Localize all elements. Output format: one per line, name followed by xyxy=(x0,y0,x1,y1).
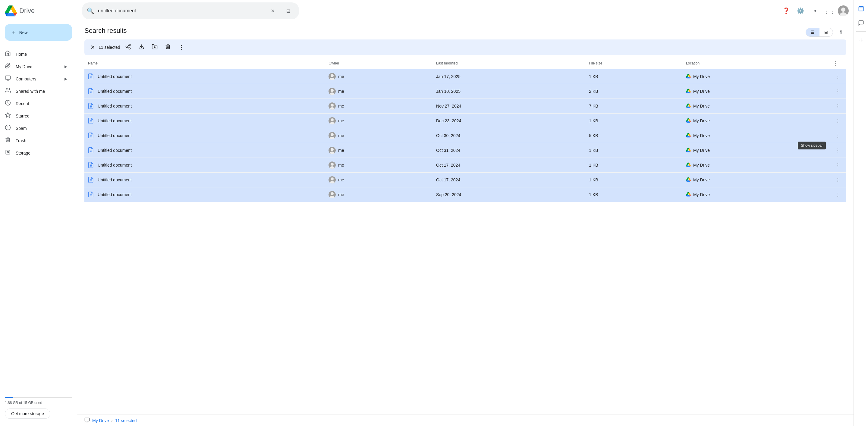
row-more-button[interactable]: ⋮ xyxy=(833,190,843,199)
table-row[interactable]: Untitled document me Oct 31, 2024 1 KB M… xyxy=(84,143,846,158)
sidebar-item-label-trash: Trash xyxy=(16,138,26,143)
grid-view-button[interactable]: ⊞ xyxy=(819,28,833,36)
cell-file-size: 1 KB xyxy=(585,69,682,84)
sidebar-item-label-home: Home xyxy=(16,52,27,57)
row-more-button[interactable]: ⋮ xyxy=(833,101,843,111)
cell-more: ⋮ xyxy=(830,158,846,173)
col-location: Location xyxy=(682,58,830,69)
sidebar-item-spam[interactable]: Spam xyxy=(0,122,72,134)
sidebar-item-label-recent: Recent xyxy=(16,101,29,106)
svg-marker-5 xyxy=(5,113,10,118)
row-more-button[interactable]: ⋮ xyxy=(833,131,843,140)
get-more-storage-button[interactable]: Get more storage xyxy=(5,408,50,419)
cell-owner: me xyxy=(325,158,433,173)
apps-button[interactable]: ⋮⋮ xyxy=(824,5,835,17)
location-drive-icon xyxy=(686,162,691,168)
move-action-button[interactable] xyxy=(149,42,160,53)
table-row[interactable]: Untitled document me Oct 30, 2024 5 KB M… xyxy=(84,128,846,143)
sidebar-item-computers[interactable]: Computers ▶ xyxy=(0,73,72,85)
cell-name: Untitled document xyxy=(84,113,325,128)
sidebar-item-starred[interactable]: Starred xyxy=(0,110,72,122)
sidebar-item-storage[interactable]: Storage xyxy=(0,147,72,159)
cell-name: Untitled document xyxy=(84,143,325,158)
help-button[interactable]: ❓ xyxy=(780,5,792,17)
new-button[interactable]: + New xyxy=(5,24,72,41)
doc-icon xyxy=(88,88,94,95)
header: 🔍 ✕ ⊟ ❓ ⚙️ ✦ ⋮⋮ xyxy=(77,0,854,22)
row-more-button[interactable]: ⋮ xyxy=(833,116,843,126)
search-clear-button[interactable]: ✕ xyxy=(267,5,278,17)
table-row[interactable]: Untitled document me Jan 17, 2025 1 KB M… xyxy=(84,69,846,84)
file-name: Untitled document xyxy=(98,104,132,108)
row-more-button[interactable]: ⋮ xyxy=(833,87,843,96)
storage-section: 1.88 GB of 15 GB used Get more storage xyxy=(0,390,77,424)
breadcrumb-my-drive[interactable]: My Drive xyxy=(92,418,109,423)
sidebar-item-trash[interactable]: Trash xyxy=(0,134,72,147)
location-name: My Drive xyxy=(693,133,710,138)
computers-icon xyxy=(5,75,11,83)
grid-view-icon: ⊞ xyxy=(824,30,828,35)
doc-icon xyxy=(88,191,94,198)
doc-icon xyxy=(88,73,94,80)
table-row[interactable]: Untitled document me Jan 10, 2025 2 KB M… xyxy=(84,84,846,99)
location-name: My Drive xyxy=(693,148,710,153)
cell-file-size: 7 KB xyxy=(585,99,682,113)
sidebar-item-recent[interactable]: Recent xyxy=(0,97,72,110)
row-more-button[interactable]: ⋮ xyxy=(833,72,843,81)
more-icon: ⋮ xyxy=(178,44,184,51)
doc-icon xyxy=(88,103,94,110)
sidebar-item-shared-with-me[interactable]: Shared with me xyxy=(0,85,72,97)
share-action-button[interactable] xyxy=(123,42,133,53)
plus-icon: + xyxy=(12,29,16,36)
sidebar-item-home[interactable]: Home xyxy=(0,48,72,60)
right-panel-calendar-button[interactable] xyxy=(855,2,867,14)
location-drive-icon xyxy=(686,133,691,139)
gemini-button[interactable]: ✦ xyxy=(809,5,821,17)
location-name: My Drive xyxy=(693,177,710,182)
svg-point-15 xyxy=(129,47,130,49)
cell-location: My Drive xyxy=(682,173,830,187)
row-more-button[interactable]: ⋮ xyxy=(833,175,843,185)
search-filter-button[interactable]: ⊟ xyxy=(282,5,294,17)
search-input[interactable] xyxy=(98,8,263,13)
cell-more: ⋮ xyxy=(830,128,846,143)
right-panel xyxy=(854,0,868,426)
settings-button[interactable]: ⚙️ xyxy=(795,5,807,17)
cell-owner: me xyxy=(325,69,433,84)
list-view-icon: ☰ xyxy=(811,30,815,35)
column-more-icon[interactable]: ⋮ xyxy=(833,60,838,66)
list-view-button[interactable]: ☰ xyxy=(806,28,819,36)
table-row[interactable]: Untitled document me Dec 23, 2024 1 KB M… xyxy=(84,113,846,128)
cell-last-modified: Oct 17, 2024 xyxy=(433,158,585,173)
doc-icon xyxy=(88,176,94,184)
owner-name: me xyxy=(338,74,344,79)
right-panel-add-button[interactable] xyxy=(855,34,867,46)
main-content: 🔍 ✕ ⊟ ❓ ⚙️ ✦ ⋮⋮ ☰ xyxy=(77,0,854,426)
table-row[interactable]: Untitled document me Oct 17, 2024 1 KB M… xyxy=(84,158,846,173)
location-drive-icon xyxy=(686,148,691,153)
delete-action-button[interactable] xyxy=(162,42,173,53)
right-panel-chat-button[interactable] xyxy=(855,17,867,29)
download-action-button[interactable] xyxy=(136,42,147,53)
svg-point-53 xyxy=(331,133,334,136)
sidebar-item-my-drive[interactable]: My Drive ▶ xyxy=(0,60,72,73)
table-row[interactable]: Untitled document me Sep 20, 2024 1 KB M… xyxy=(84,187,846,202)
more-actions-button[interactable]: ⋮ xyxy=(176,42,187,53)
row-more-button[interactable]: ⋮ xyxy=(833,160,843,170)
cell-name: Untitled document xyxy=(84,158,325,173)
svg-point-67 xyxy=(331,163,334,166)
cell-more: ⋮ xyxy=(830,173,846,187)
info-button[interactable]: ℹ xyxy=(835,27,846,38)
location-drive-icon xyxy=(686,118,691,124)
owner-avatar xyxy=(329,147,336,154)
cell-last-modified: Jan 17, 2025 xyxy=(433,69,585,84)
search-icon: 🔍 xyxy=(87,7,94,14)
avatar[interactable] xyxy=(838,5,849,16)
row-more-button[interactable]: ⋮ xyxy=(833,145,843,155)
clear-selection-button[interactable]: ✕ xyxy=(89,43,96,52)
owner-name: me xyxy=(338,133,344,138)
table-row[interactable]: Untitled document me Oct 17, 2024 1 KB M… xyxy=(84,173,846,187)
cell-owner: me xyxy=(325,187,433,202)
cell-more: ⋮ xyxy=(830,143,846,158)
table-row[interactable]: Untitled document me Nov 27, 2024 7 KB M… xyxy=(84,99,846,113)
